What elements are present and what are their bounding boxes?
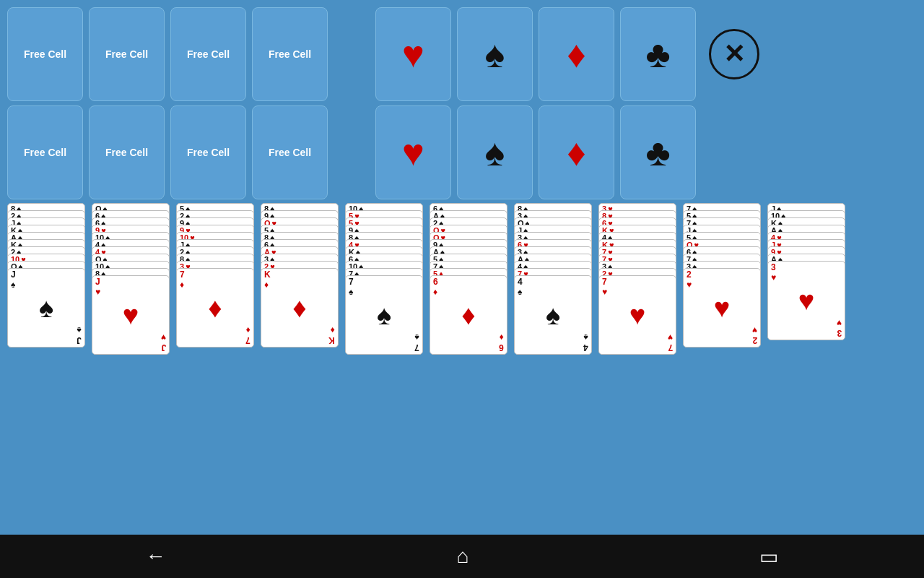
card-col2-10[interactable]: J ♥ ♥ J♥ bbox=[92, 275, 170, 355]
free-cell-2[interactable]: Free Cell bbox=[89, 7, 165, 101]
columns-area: 8 ♠ 2 ♠ J ♠ K ♠ A bbox=[7, 203, 917, 355]
column-7: 8 ♠ 3 ♠ Q ♠ J ♠ 3 bbox=[514, 203, 595, 355]
column-6: 6 ♠ A ♠ 2 ♠ Q ♥ Q bbox=[430, 203, 510, 355]
card-col10-8[interactable]: 3 ♥ ♥ 3♥ bbox=[767, 261, 845, 340]
foundation-spade-1[interactable]: ♠ bbox=[457, 7, 533, 101]
card-col1-9[interactable]: J ♠ ♠ J♠ bbox=[7, 268, 85, 348]
foundation-spade-2[interactable]: ♠ bbox=[457, 105, 533, 199]
free-cell-3[interactable]: Free Cell bbox=[170, 7, 246, 101]
column-8: 3 ♥ 8 ♥ 6 ♥ K ♥ 4 bbox=[598, 203, 679, 355]
recent-button[interactable]: ▭ bbox=[738, 541, 800, 572]
free-cell-7[interactable]: Free Cell bbox=[170, 105, 246, 199]
free-cell-1[interactable]: Free Cell bbox=[7, 7, 83, 101]
foundation-club-1[interactable]: ♣ bbox=[620, 7, 696, 101]
card-col9-9[interactable]: 2 ♥ ♥ 2♥ bbox=[683, 268, 761, 348]
header-rows: Free Cell Free Cell Free Cell Free Cell … bbox=[7, 7, 917, 199]
back-button[interactable]: ← bbox=[124, 541, 188, 571]
card-col7-10[interactable]: 4 ♠ ♠ 4♠ bbox=[514, 275, 592, 355]
free-cell-4[interactable]: Free Cell bbox=[252, 7, 328, 101]
column-5: 10 ♠ 5 ♥ 5 ♥ 9 ♠ 8 bbox=[345, 203, 426, 355]
free-cells-row2: Free Cell Free Cell Free Cell Free Cell bbox=[7, 105, 328, 199]
free-cell-5[interactable]: Free Cell bbox=[7, 105, 83, 199]
close-button[interactable]: ✕ bbox=[709, 29, 759, 79]
foundation-heart-1[interactable]: ♥ bbox=[375, 7, 451, 101]
home-button[interactable]: ⌂ bbox=[435, 541, 491, 571]
foundation-club-2[interactable]: ♣ bbox=[620, 105, 696, 199]
column-9: 7 ♠ 5 ♠ 7 ♠ J ♠ 5 bbox=[683, 203, 764, 348]
free-cell-8[interactable]: Free Cell bbox=[252, 105, 328, 199]
free-cells-row1: Free Cell Free Cell Free Cell Free Cell bbox=[7, 7, 328, 101]
column-1: 8 ♠ 2 ♠ J ♠ K ♠ A bbox=[7, 203, 88, 348]
foundation-diamond-2[interactable]: ♦ bbox=[539, 105, 614, 199]
free-cell-6[interactable]: Free Cell bbox=[89, 105, 165, 199]
nav-bar: ← ⌂ ▭ bbox=[0, 535, 924, 578]
column-3: 5 ♠ 2 ♠ 9 ♠ 9 ♥ 10 bbox=[176, 203, 257, 348]
card-col8-10[interactable]: 7 ♥ ♥ 7♥ bbox=[598, 275, 676, 355]
foundations-row1: ♥ ♠ ♦ ♣ bbox=[375, 7, 696, 101]
card-col4-9[interactable]: K ♦ ♦ K♦ bbox=[261, 268, 339, 348]
game-area: Free Cell Free Cell Free Cell Free Cell … bbox=[0, 0, 924, 535]
card-col3-9[interactable]: 7 ♦ ♦ 7♦ bbox=[176, 268, 254, 348]
foundations-row2: ♥ ♠ ♦ ♣ bbox=[375, 105, 696, 199]
card-col6-10[interactable]: 6 ♦ ♦ 6♦ bbox=[430, 275, 507, 355]
foundation-heart-2[interactable]: ♥ bbox=[375, 105, 451, 199]
column-10: J ♠ 10 ♠ K ♠ A ♠ 4 bbox=[767, 203, 848, 340]
column-4: 8 ♠ 9 ♠ Q ♥ 5 ♠ 8 bbox=[261, 203, 341, 348]
card-col5-10[interactable]: 7 ♠ ♠ 7♠ bbox=[345, 275, 423, 355]
foundation-diamond-1[interactable]: ♦ bbox=[539, 7, 614, 101]
column-2: Q ♠ 6 ♠ 6 ♠ 9 ♥ 10 bbox=[92, 203, 173, 355]
